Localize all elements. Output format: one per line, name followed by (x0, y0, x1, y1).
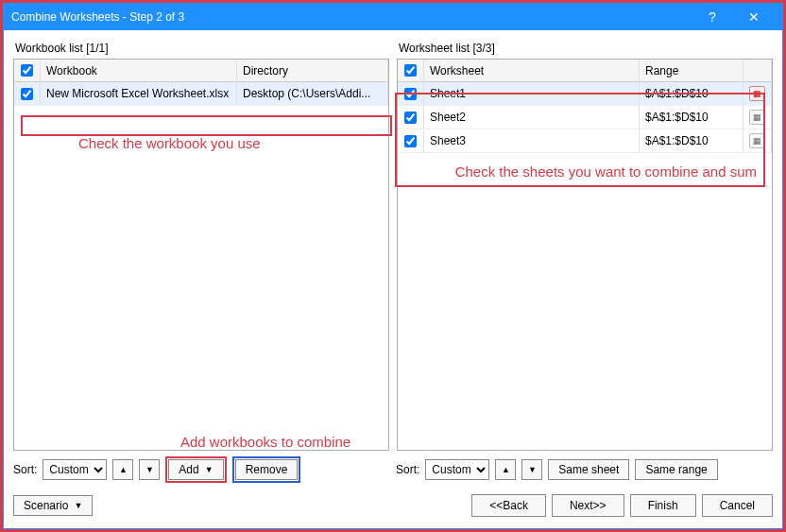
range-picker-icon[interactable]: ▦ (749, 133, 765, 148)
same-sheet-button[interactable]: Same sheet (548, 459, 629, 480)
worksheet-row-check[interactable] (404, 135, 417, 147)
footer-bar: Scenario▼ <<Back Next>> Finish Cancel (4, 489, 782, 528)
worksheet-row-name: Sheet1 (424, 82, 640, 105)
chevron-down-icon: ▼ (74, 501, 82, 510)
workbook-grid: Workbook Directory New Microsoft Excel W… (13, 59, 389, 451)
worksheet-pane: Worksheet list [3/3] Worksheet Range She… (397, 40, 773, 451)
dialog-body: Workbook list [1/1] Workbook Directory N… (4, 30, 782, 451)
worksheet-header-range[interactable]: Range (640, 60, 743, 82)
finish-button[interactable]: Finish (630, 494, 696, 517)
window-title: Combine Worksheets - Step 2 of 3 (11, 10, 692, 24)
chevron-up-icon: ▲ (119, 465, 128, 474)
worksheet-row-name: Sheet3 (424, 129, 640, 152)
workbook-list-label: Workbook list [1/1] (15, 42, 389, 55)
worksheet-row-check[interactable] (404, 112, 417, 124)
sort-bar: Sort: Custom ▲ ▼ Add▼ Remove Sort: Custo… (4, 451, 782, 489)
close-button[interactable]: ✕ (733, 4, 775, 30)
worksheet-row[interactable]: Sheet1 $A$1:$D$10 ▦ (398, 82, 772, 106)
annotation-highlight-add: Add▼ (165, 456, 226, 483)
workbook-row-dir: Desktop (C:\Users\Addi... (237, 82, 388, 105)
chevron-down-icon: ▼ (145, 465, 154, 474)
back-button[interactable]: <<Back (471, 494, 546, 517)
worksheet-move-up-button[interactable]: ▲ (495, 459, 516, 480)
workbook-row[interactable]: New Microsoft Excel Worksheet.xlsx Deskt… (14, 82, 388, 106)
workbook-row-name: New Microsoft Excel Worksheet.xlsx (41, 82, 237, 105)
range-picker-icon[interactable]: ▦ (749, 110, 765, 125)
worksheet-row[interactable]: Sheet3 $A$1:$D$10 ▦ (398, 129, 772, 153)
workbook-check-all[interactable] (21, 64, 33, 77)
workbook-header-name[interactable]: Workbook (41, 60, 237, 82)
worksheet-header-name[interactable]: Worksheet (424, 60, 640, 82)
worksheet-sort-label: Sort: (396, 463, 419, 476)
worksheet-row-check[interactable] (404, 88, 417, 100)
annotation-frame: Combine Worksheets - Step 2 of 3 ? ✕ Wor… (0, 0, 786, 532)
worksheet-check-all[interactable] (404, 64, 417, 77)
workbook-grid-header: Workbook Directory (14, 60, 388, 82)
worksheet-row-range: $A$1:$D$10 (640, 129, 743, 152)
same-range-button[interactable]: Same range (635, 459, 717, 480)
workbook-header-dir[interactable]: Directory (237, 60, 388, 82)
worksheet-grid: Worksheet Range Sheet1 $A$1:$D$10 ▦ Shee… (397, 59, 773, 451)
worksheet-move-down-button[interactable]: ▼ (521, 459, 542, 480)
chevron-down-icon: ▼ (528, 465, 537, 474)
workbook-pane: Workbook list [1/1] Workbook Directory N… (13, 40, 389, 451)
help-button[interactable]: ? (692, 4, 733, 30)
workbook-move-down-button[interactable]: ▼ (139, 459, 160, 480)
workbook-header-check[interactable] (14, 60, 41, 82)
chevron-down-icon: ▼ (205, 465, 214, 474)
worksheet-grid-header: Worksheet Range (398, 60, 772, 82)
worksheet-row-range: $A$1:$D$10 (640, 106, 743, 129)
next-button[interactable]: Next>> (552, 494, 624, 517)
worksheet-sort-select[interactable]: Custom (425, 459, 489, 480)
worksheet-header-check[interactable] (398, 60, 424, 82)
worksheet-list-label: Worksheet list [3/3] (399, 42, 773, 55)
remove-button[interactable]: Remove (235, 459, 299, 480)
worksheet-row-range: $A$1:$D$10 (640, 82, 743, 105)
dialog-window: Combine Worksheets - Step 2 of 3 ? ✕ Wor… (3, 3, 783, 529)
workbook-move-up-button[interactable]: ▲ (112, 459, 133, 480)
worksheet-row[interactable]: Sheet2 $A$1:$D$10 ▦ (398, 106, 772, 129)
workbook-sort-label: Sort: (13, 463, 37, 476)
worksheet-row-name: Sheet2 (424, 106, 640, 129)
cancel-button[interactable]: Cancel (702, 494, 773, 517)
range-picker-icon[interactable]: ▦ (749, 86, 765, 101)
scenario-button[interactable]: Scenario▼ (13, 495, 93, 516)
titlebar: Combine Worksheets - Step 2 of 3 ? ✕ (4, 4, 782, 30)
workbook-row-check[interactable] (21, 88, 33, 100)
workbook-sort-select[interactable]: Custom (43, 459, 107, 480)
chevron-up-icon: ▲ (502, 465, 510, 474)
add-button[interactable]: Add▼ (168, 459, 223, 480)
annotation-highlight-remove: Remove (232, 456, 301, 483)
